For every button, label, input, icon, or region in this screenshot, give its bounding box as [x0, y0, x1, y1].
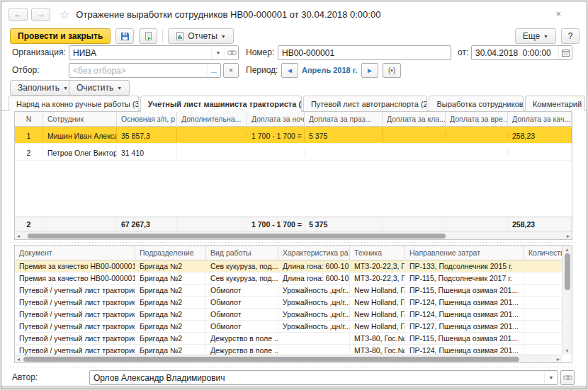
chevron-down-icon[interactable]: ▼	[544, 371, 558, 384]
cell[interactable]: Урожайность ,цн/г...	[278, 285, 350, 296]
organization-input[interactable]	[69, 46, 211, 59]
cell[interactable]	[524, 297, 562, 308]
forward-button[interactable]: →	[31, 8, 50, 21]
splitter-handle[interactable]	[10, 366, 575, 368]
link-icon[interactable]	[225, 46, 238, 59]
cell[interactable]	[524, 273, 562, 284]
cell[interactable]: Сев кукуруза, под...	[206, 273, 278, 284]
cell[interactable]	[177, 149, 247, 155]
cell[interactable]	[247, 149, 305, 155]
fill-button[interactable]: Заполнить ▼	[10, 80, 76, 96]
cell[interactable]: ПР-133, Подсолнечник 2015 г.	[405, 260, 524, 272]
cell[interactable]: ПР-127, Пшеница озимая 201...	[405, 321, 524, 332]
column-header[interactable]: Техника	[350, 246, 405, 260]
cell[interactable]	[524, 333, 562, 344]
cell[interactable]	[524, 309, 562, 320]
author-field[interactable]: ▼	[89, 370, 558, 385]
cell[interactable]	[446, 132, 508, 138]
column-header[interactable]: Доплата за кач...	[508, 112, 572, 127]
tab-putevoy-list[interactable]: Путевой лист автотранспорта (2)	[303, 96, 428, 111]
cell[interactable]: Бригада №2	[135, 309, 206, 320]
table-row[interactable]: Премия за качество НВ00-000001 о... Бриг…	[15, 260, 562, 273]
cell[interactable]	[383, 132, 446, 138]
cell[interactable]: Дежурство в поле ...	[206, 333, 278, 344]
scrollbar-thumb[interactable]	[28, 234, 446, 239]
cell[interactable]: Бригада №2	[135, 321, 206, 332]
column-header[interactable]: Основная з/п, р	[117, 112, 177, 127]
table-row[interactable]: Путевой / учетный лист тракториста... Бр…	[15, 297, 562, 309]
cell[interactable]	[524, 321, 562, 332]
save-button[interactable]	[115, 28, 134, 44]
period-select-button[interactable]: (•)	[383, 63, 401, 78]
horizontal-scrollbar[interactable]: ◄ ►	[15, 231, 572, 239]
back-button[interactable]: ←	[9, 8, 28, 21]
cell[interactable]: 35 857,3	[117, 128, 177, 142]
cell[interactable]: Обмолот	[206, 321, 278, 332]
scroll-up-icon[interactable]: ▲	[564, 247, 571, 252]
date-field[interactable]	[471, 45, 572, 60]
column-header[interactable]: Доплата за кла...	[383, 112, 446, 127]
column-header[interactable]: Доплата за вре...	[446, 112, 508, 127]
period-value-link[interactable]: Апрель 2018 г.	[302, 66, 357, 74]
choose-icon[interactable]: ...	[207, 64, 220, 77]
table-row[interactable]: 2 Петров Олег Виктор... 31 410	[15, 144, 572, 161]
table-row[interactable]: 1 Мишин Иван Алекса... 35 857,3 1 700 - …	[15, 127, 572, 144]
date-input[interactable]	[472, 46, 558, 59]
favorite-star-icon[interactable]: ☆	[60, 8, 69, 21]
cell[interactable]: МТЗ-20-22,3, Гос....	[350, 273, 405, 284]
vertical-scrollbar[interactable]: ▲ ▼	[562, 246, 572, 355]
cell[interactable]: ПР-124, Пшеница озимая 201...	[405, 297, 524, 308]
cell[interactable]: Обмолот	[206, 285, 278, 296]
cell[interactable]: New Holland, Гос....	[350, 297, 405, 308]
table-row[interactable]: Премия за качество НВ00-000001 о... Бриг…	[15, 273, 562, 285]
scrollbar-thumb[interactable]	[23, 357, 519, 362]
cell[interactable]: Бригада №2	[135, 333, 206, 344]
cell[interactable]: Бригада №2	[135, 297, 206, 308]
column-header[interactable]: Количеств	[524, 246, 562, 260]
column-header[interactable]: Вид работы	[206, 246, 278, 260]
scroll-right-icon[interactable]: ►	[565, 234, 572, 239]
column-header[interactable]: Документ	[15, 246, 135, 260]
cell[interactable]: Урожайность ,цн/г...	[278, 321, 350, 332]
column-header[interactable]: Направление затрат	[405, 246, 524, 260]
cell[interactable]: Путевой / учетный лист тракториста...	[15, 309, 135, 320]
scroll-left-icon[interactable]: ◄	[15, 234, 22, 239]
cell[interactable]: ПР-115, Пшеница озимая 201...	[405, 333, 524, 344]
cell[interactable]	[524, 285, 562, 296]
cell[interactable]: Бригада №2	[135, 285, 206, 296]
cell[interactable]: ПР-115, Подсолнечник 2017 г.	[405, 273, 524, 284]
cell[interactable]	[508, 149, 572, 155]
cell[interactable]: 31 410	[117, 145, 177, 159]
cell[interactable]	[278, 333, 350, 344]
cell[interactable]: 1 700 - 1 700 = 0	[247, 128, 305, 142]
clear-filter-button[interactable]: ×	[223, 63, 239, 78]
chevron-down-icon[interactable]: ▼	[211, 46, 225, 59]
cell[interactable]	[524, 260, 562, 272]
cell[interactable]	[177, 132, 247, 138]
tab-naryad[interactable]: Наряд на конно ручные работы (3)	[9, 96, 139, 111]
table-row[interactable]: Путевой / учетный лист тракториста... Бр…	[15, 321, 562, 333]
cell[interactable]: Обмолот	[206, 297, 278, 308]
cell[interactable]	[305, 149, 383, 155]
cell[interactable]: New Holland, Гос....	[350, 285, 405, 296]
column-header[interactable]: Доплата за ноч...	[247, 112, 305, 127]
cell[interactable]: ПР-124, Пшеница озимая 201...	[405, 309, 524, 320]
column-header[interactable]: Сотрудник	[43, 112, 117, 127]
cell[interactable]: Петров Олег Виктор...	[43, 145, 117, 159]
cell[interactable]: Путевой / учетный лист тракториста...	[15, 297, 135, 308]
tab-kommentariy[interactable]: Комментарий	[525, 96, 585, 111]
cell[interactable]: Урожайность ,цн/г...	[278, 297, 350, 308]
scroll-down-icon[interactable]: ▼	[564, 348, 571, 353]
calendar-icon[interactable]	[558, 46, 572, 59]
column-header[interactable]: N	[15, 112, 43, 127]
horizontal-scrollbar[interactable]: ◄ ►	[15, 355, 562, 362]
help-button[interactable]: ?	[561, 28, 579, 44]
more-button[interactable]: Еще ▼	[515, 28, 556, 44]
scroll-right-icon[interactable]: ►	[555, 357, 562, 362]
cell[interactable]: 258,23	[508, 128, 572, 142]
filter-field[interactable]: ...	[69, 63, 221, 78]
cell[interactable]: Путевой / учетный лист тракториста...	[15, 285, 135, 296]
scroll-left-icon[interactable]: ◄	[15, 357, 22, 362]
number-field[interactable]	[278, 45, 451, 60]
scrollbar-thumb[interactable]	[565, 253, 570, 290]
